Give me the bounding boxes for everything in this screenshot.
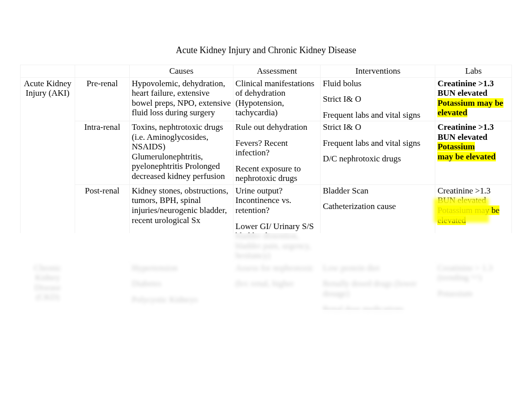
ckd-blank (75, 262, 130, 315)
intrarenal-assess-3: Recent exposure to nephrotoxic drugs (235, 164, 318, 183)
intrarenal-assessment: Rule out dehydration Fevers? Recent infe… (233, 121, 321, 185)
postrenal-labs-2: BUN elevated (437, 195, 486, 205)
ckd-assessment: Assess for nephrotoxic (b/c renal, highe… (233, 262, 321, 315)
ckd-labs-1: Creatinine > 1.3 (trending ^^) (437, 263, 509, 283)
postrenal-assess-1: Urine output? Incontinence vs. retention… (235, 186, 318, 216)
intrarenal-labs-creat: Creatinine >1.3 (437, 122, 493, 132)
header-blank2 (75, 65, 130, 78)
intrarenal-assess-1: Rule out dehydration (235, 122, 318, 132)
intrarenal-labs-k2: may be elevated (437, 152, 495, 161)
postrenal-label: Post-renal (75, 184, 130, 262)
ckd-interventions: Low protein diet Renally dosed drugs (lo… (321, 262, 435, 315)
ckd-causes-3: Polycystic Kidneys (132, 295, 231, 305)
prerenal-interventions: Fluid bolus Strict I& O Frequent labs an… (321, 77, 435, 121)
prerenal-labs-creat: Creatinine >1.3 (437, 79, 493, 88)
row-postrenal: Post-renal Kidney stones, obstructions, … (21, 184, 512, 262)
ckd-label: Chronic Kidney Disease (CKD) (21, 262, 75, 315)
intrarenal-int-3: D/C nephrotoxic drugs (323, 154, 433, 164)
ckd-causes-2: Diabetes (132, 279, 231, 289)
prerenal-labs-bun: BUN elevated (437, 88, 487, 98)
intrarenal-interventions: Strict I& O Frequent labs and vital sign… (321, 121, 435, 185)
row-ckd: Chronic Kidney Disease (CKD) Hypertensio… (21, 262, 512, 315)
header-labs: Labs (435, 65, 512, 78)
postrenal-int-1: Bladder Scan (323, 186, 433, 196)
prerenal-labs: Creatinine >1.3 BUN elevated Potassium m… (435, 77, 512, 121)
header-assessment: Assessment (233, 65, 321, 78)
postrenal-interventions: Bladder Scan Catheterization cause (321, 184, 435, 262)
ckd-labs-2: Potassium (437, 289, 509, 299)
intrarenal-int-1: Strict I& O (323, 122, 433, 132)
document-page: Acute Kidney Injury and Chronic Kidney D… (0, 0, 532, 336)
postrenal-causes: Kidney stones, obstructions, tumors, BPH… (130, 184, 233, 262)
prerenal-int-1: Fluid bolus (323, 79, 433, 89)
postrenal-int-2: Catheterization cause (323, 201, 433, 212)
intrarenal-causes: Toxins, nephtrotoxic drugs (i.e. Aminogl… (130, 121, 233, 185)
header-blank1 (21, 65, 75, 78)
intrarenal-labs-k: Potassium (437, 142, 475, 151)
prerenal-labs-k: Potassium may be elevated (437, 98, 503, 118)
postrenal-labs: Creatinine >1.3 BUN elevated Potassium m… (435, 184, 512, 262)
prerenal-int-2: Strict I& O (323, 94, 433, 104)
kidney-table: Causes Assessment Interventions Labs Acu… (20, 65, 512, 316)
ckd-int-3: Renal dose medications (323, 304, 433, 314)
intrarenal-labs-bun: BUN elevated (437, 132, 487, 142)
intrarenal-assess-2: Fevers? Recent infection? (235, 138, 318, 158)
ckd-causes-1: Hypertension (132, 263, 231, 273)
row-intrarenal: Intra-renal Toxins, nephtrotoxic drugs (… (21, 121, 512, 185)
postrenal-labs-3: Potassium may be elevated (437, 205, 499, 225)
document-title: Acute Kidney Injury and Chronic Kidney D… (20, 45, 512, 56)
prerenal-label: Pre-renal (75, 77, 130, 121)
header-causes: Causes (130, 65, 233, 78)
postrenal-assess-2: Lower GI/ Urinary S/S bladder distention… (235, 222, 318, 261)
prerenal-assessment: Clinical manifestations of dehydration (… (233, 77, 321, 121)
postrenal-assessment: Urine output? Incontinence vs. retention… (233, 184, 321, 262)
ckd-int-2: Renally dosed drugs (lower dosage) (323, 279, 433, 298)
intrarenal-label: Intra-renal (75, 121, 130, 185)
postrenal-labs-1: Creatinine >1.3 (437, 186, 490, 195)
ckd-causes: Hypertension Diabetes Polycystic Kidneys (130, 262, 233, 315)
header-interventions: Interventions (321, 65, 435, 78)
prerenal-causes: Hypovolemic, dehydration, heart failure,… (130, 77, 233, 121)
prerenal-int-3: Frequent labs and vital signs (323, 110, 433, 120)
ckd-assess-2: (b/c renal, higher (235, 279, 318, 289)
ckd-labs: Creatinine > 1.3 (trending ^^) Potassium (435, 262, 512, 315)
ckd-assess-1: Assess for nephrotoxic (235, 263, 318, 273)
intrarenal-int-2: Frequent labs and vital signs (323, 138, 433, 148)
header-row: Causes Assessment Interventions Labs (21, 65, 512, 78)
intrarenal-labs: Creatinine >1.3 BUN elevated Potassium m… (435, 121, 512, 185)
ckd-int-1: Low protein diet (323, 263, 433, 273)
aki-label: Acute Kidney Injury (AKI) (21, 77, 75, 262)
row-prerenal: Acute Kidney Injury (AKI) Pre-renal Hypo… (21, 77, 512, 121)
